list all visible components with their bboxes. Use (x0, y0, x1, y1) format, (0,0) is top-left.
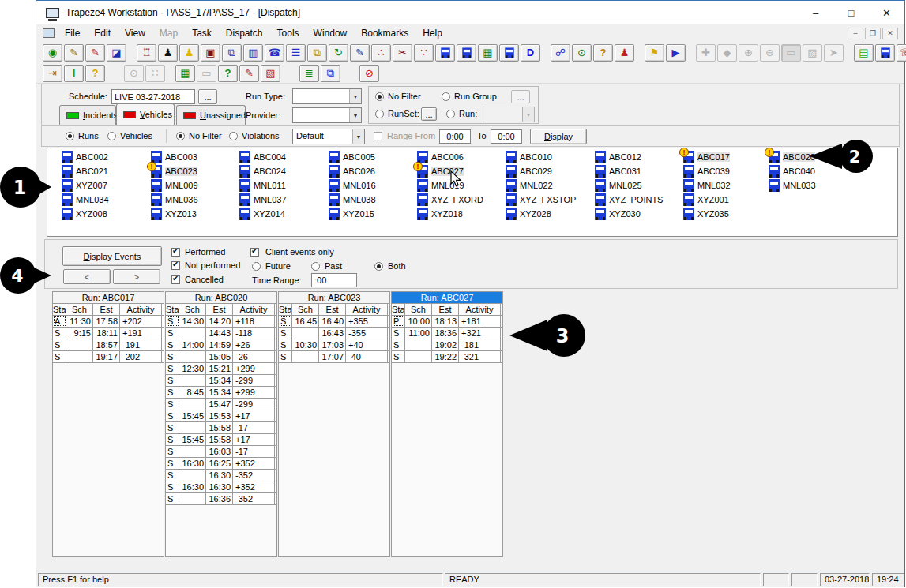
client-vehicle-button[interactable]: ♟ (615, 44, 634, 62)
runset-browse-button[interactable]: ... (421, 107, 437, 121)
table-cell[interactable]: S (166, 363, 179, 374)
run-item-ABC023[interactable]: !ABC023 (151, 165, 197, 178)
table-cell[interactable] (66, 351, 93, 362)
bus-schedule-button[interactable] (457, 44, 476, 62)
run-item-MNL038[interactable]: MNL038 (329, 193, 376, 206)
table-cell[interactable]: -355 (346, 328, 388, 339)
table-cell[interactable]: S (166, 351, 179, 362)
table-cell[interactable]: +202 (120, 316, 162, 327)
exit-button[interactable]: ⇥ (43, 65, 62, 82)
menu-tools[interactable]: Tools (270, 24, 306, 42)
run-table-title[interactable]: Run: ABC027 (392, 292, 502, 304)
table-cell[interactable] (179, 446, 206, 457)
run-item-XYZ030[interactable]: XYZ030 (595, 208, 641, 220)
table-cell[interactable]: 18:13 (432, 316, 459, 327)
table-cell[interactable]: +191 (120, 328, 162, 339)
table-cell[interactable]: 10:00 (405, 316, 432, 327)
range-from-input[interactable]: 0:00 (439, 129, 471, 144)
table-cell[interactable]: S (53, 351, 66, 362)
table-cell[interactable]: -299 (233, 375, 275, 386)
chevron-down-icon[interactable]: ▼ (352, 129, 364, 144)
table-cell[interactable]: S (166, 458, 179, 469)
table-cell[interactable]: 10:30 (292, 339, 319, 350)
table-cell[interactable]: 16:36 (206, 493, 233, 504)
booking-cut-button[interactable]: ✂ (393, 44, 412, 62)
map-draw-button[interactable]: ✎ (85, 44, 105, 62)
table-cell[interactable]: S (166, 316, 179, 327)
violation-preset-select[interactable]: Default▼ (292, 129, 365, 144)
run-item-MNL034[interactable]: MNL034 (62, 193, 109, 206)
table-cell[interactable]: +181 (459, 316, 501, 327)
table-cell[interactable]: 14:43 (206, 328, 233, 339)
table-cell[interactable]: -17 (233, 422, 275, 433)
run-player-button[interactable]: ▶ (666, 44, 686, 62)
menu-edit[interactable]: Edit (87, 24, 118, 42)
table-cell[interactable]: S (166, 493, 179, 504)
table-cell[interactable]: 17:58 (93, 316, 120, 327)
run-item-XYZ014[interactable]: XYZ014 (239, 208, 285, 220)
table-cell[interactable]: +26 (233, 339, 275, 350)
schedule-browse-button[interactable]: ... (198, 89, 217, 104)
menu-task[interactable]: Task (185, 24, 219, 42)
table-cell[interactable]: S (166, 399, 179, 410)
table-cell[interactable]: S (53, 328, 66, 339)
route-loop-button[interactable]: ↻ (329, 44, 348, 62)
chevron-down-icon[interactable]: ▼ (349, 108, 361, 122)
table-cell[interactable]: 14:59 (206, 339, 233, 350)
table-cell[interactable] (292, 328, 319, 339)
table-cell[interactable]: S (392, 351, 405, 362)
map-night-button[interactable]: ◪ (107, 44, 126, 62)
mdi-close-button[interactable]: ✕ (882, 28, 898, 39)
table-cell[interactable]: -202 (120, 351, 162, 362)
table-cell[interactable]: S (166, 470, 179, 481)
table-cell[interactable]: 19:22 (432, 351, 459, 362)
run-type-select[interactable]: ▼ (292, 88, 362, 104)
table-cell[interactable]: 15:53 (206, 410, 233, 421)
table-cell[interactable] (405, 351, 432, 362)
run-item-ABC004[interactable]: ABC004 (239, 151, 286, 163)
run-item-XYZ018[interactable]: XYZ018 (417, 208, 463, 220)
table-cell[interactable]: S (166, 410, 179, 421)
table-cell[interactable]: 17:07 (319, 351, 346, 362)
table-cell[interactable] (179, 422, 206, 433)
radio-handset-button[interactable]: ☏ (897, 44, 906, 62)
no-filter-radio-2[interactable] (176, 132, 185, 140)
table-cell[interactable]: S (279, 351, 292, 362)
run-group-radio[interactable] (442, 92, 450, 101)
run-item-ABC006[interactable]: ABC006 (417, 151, 464, 163)
bus-button[interactable] (435, 44, 455, 62)
table-cell[interactable]: 15:05 (206, 351, 233, 362)
table-cell[interactable]: 14:20 (206, 316, 233, 327)
table-cell[interactable]: 14:30 (179, 316, 206, 327)
menu-help[interactable]: Help (415, 24, 449, 42)
table-cell[interactable]: -118 (233, 328, 275, 339)
display-events-button[interactable]: Display Events (62, 246, 162, 266)
pin-button[interactable]: ⚑ (645, 44, 664, 62)
table-cell[interactable]: -191 (120, 339, 162, 350)
run-item-XYZ_FXSTOP[interactable]: XYZ_FXSTOP (506, 193, 576, 206)
run-table-title[interactable]: Run: ABC020 (166, 292, 276, 304)
run-table-title[interactable]: Run: ABC017 (53, 292, 164, 304)
run-item-XYZ015[interactable]: XYZ015 (329, 208, 374, 220)
no-filter-radio[interactable] (375, 92, 384, 101)
vehicle-call-button[interactable]: ☎ (265, 44, 284, 62)
run-table-title[interactable]: Run: ABC023 (279, 292, 389, 304)
table-cell[interactable]: +299 (233, 387, 275, 398)
table-cell[interactable]: 8:45 (179, 387, 206, 398)
table-cell[interactable]: 18:11 (93, 328, 120, 339)
query-button[interactable]: ? (218, 65, 238, 82)
table-cell[interactable]: S (166, 387, 179, 398)
table-cell[interactable]: 17:03 (319, 339, 346, 350)
table-cell[interactable]: 16:30 (179, 458, 206, 469)
map-edit-button[interactable]: ✎ (64, 44, 84, 62)
table-cell[interactable]: -321 (459, 351, 501, 362)
bus-location-button[interactable] (499, 44, 519, 62)
both-radio[interactable] (374, 262, 383, 271)
table-cell[interactable]: -26 (233, 351, 275, 362)
table-cell[interactable]: -40 (346, 351, 388, 362)
table-cell[interactable]: S (53, 339, 66, 350)
chevron-down-icon[interactable]: ▼ (349, 89, 361, 103)
run-item-ABC026[interactable]: ABC026 (329, 165, 375, 178)
run-item-XYZ013[interactable]: XYZ013 (151, 208, 197, 220)
table-cell[interactable]: 15:58 (206, 434, 233, 445)
